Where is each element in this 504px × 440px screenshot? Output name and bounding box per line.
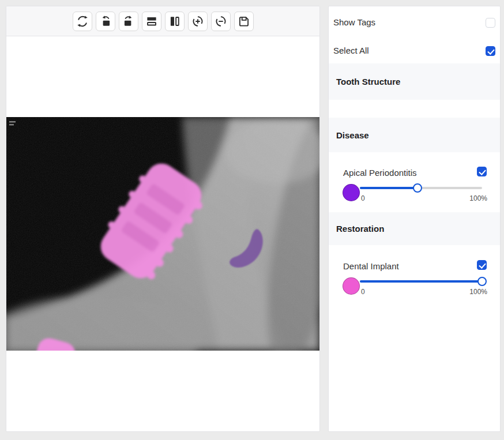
flip-horizontal-icon: [168, 14, 182, 28]
zoom-out-icon: [214, 14, 228, 28]
dental-implant-opacity-slider[interactable]: [360, 280, 482, 283]
apical-periodontitis-opacity-slider[interactable]: [360, 187, 482, 189]
dental-implant-color-swatch[interactable]: [343, 277, 360, 295]
flip-vertical-button[interactable]: [142, 12, 161, 31]
apical-periodontitis-color-swatch[interactable]: [343, 184, 360, 201]
reset-button[interactable]: [73, 12, 92, 31]
reset-icon: [76, 14, 89, 28]
rotate-right-icon: [122, 14, 136, 28]
save-button[interactable]: [234, 12, 254, 31]
zoom-in-button[interactable]: [188, 12, 208, 31]
dental-implant-checkbox[interactable]: [477, 260, 487, 270]
slider-max-label: 100%: [469, 288, 487, 296]
slider-min-label: 0: [361, 195, 365, 202]
xray-canvas[interactable]: [6, 117, 319, 351]
select-all-label: Select All: [333, 46, 369, 55]
select-all-checkbox[interactable]: [486, 46, 495, 56]
slider-min-label: 0: [361, 288, 365, 296]
rotate-left-icon: [99, 14, 112, 28]
save-icon: [237, 14, 251, 28]
slider-thumb[interactable]: [477, 277, 487, 286]
annotation-panel: Show Tags Select All Tooth Structure Dis…: [328, 6, 501, 432]
slider-thumb[interactable]: [413, 183, 422, 193]
section-header-disease: Disease: [329, 118, 500, 152]
viewer-panel: [6, 6, 320, 432]
viewer-toolbar: [6, 6, 319, 36]
xray-image: [6, 117, 319, 351]
flip-horizontal-button[interactable]: [165, 12, 185, 31]
slider-max-label: 100%: [469, 195, 487, 202]
slider-fill: [360, 187, 418, 189]
slider-fill: [360, 280, 482, 283]
flip-vertical-icon: [145, 14, 159, 28]
apical-periodontitis-checkbox[interactable]: [477, 167, 487, 176]
rotate-right-button[interactable]: [119, 12, 138, 31]
zoom-in-icon: [191, 14, 205, 28]
dental-implant-label: Dental Implant: [343, 261, 399, 271]
zoom-out-button[interactable]: [211, 12, 231, 31]
show-tags-label: Show Tags: [333, 17, 375, 27]
section-header-tooth-structure: Tooth Structure: [329, 63, 500, 100]
rotate-left-button[interactable]: [96, 12, 115, 31]
section-header-restoration: Restoration: [329, 212, 500, 245]
app-root: { "toolbar": { "icons": [ {"name": "rese…: [0, 0, 504, 440]
apical-periodontitis-label: Apical Periodontitis: [343, 168, 417, 178]
show-tags-checkbox[interactable]: [486, 18, 495, 28]
